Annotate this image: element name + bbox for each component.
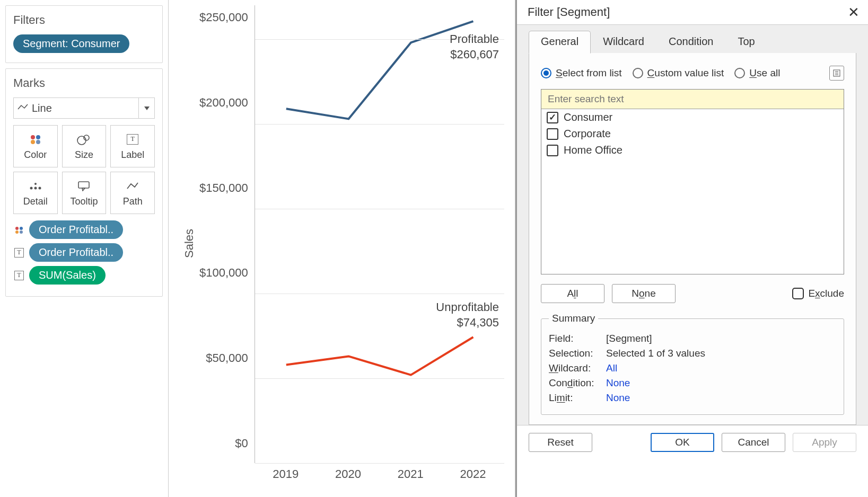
color-icon bbox=[13, 224, 25, 236]
close-icon[interactable]: ✕ bbox=[848, 5, 860, 19]
list-menu-icon[interactable] bbox=[829, 66, 844, 81]
filter-search-input[interactable] bbox=[547, 93, 838, 105]
tooltip-icon bbox=[77, 179, 90, 193]
radio-icon bbox=[734, 68, 745, 78]
tab-wildcard[interactable]: Wildcard bbox=[591, 31, 656, 54]
path-icon bbox=[126, 179, 139, 193]
mark-size-label: Size bbox=[75, 149, 93, 161]
side-shelves: Filters Segment: Consumer Marks Line Col… bbox=[0, 0, 168, 497]
radio-icon bbox=[633, 68, 643, 78]
detail-icon bbox=[29, 179, 42, 193]
mark-buttons-grid: Color Size T Label bbox=[13, 125, 155, 214]
mark-label-label: Label bbox=[121, 149, 144, 161]
chart-annotation: Unprofitable$74,305 bbox=[436, 300, 499, 330]
chevron-down-icon[interactable] bbox=[138, 98, 154, 118]
svg-point-8 bbox=[38, 187, 41, 189]
radio-custom-value-list[interactable]: Custom value list bbox=[633, 67, 724, 79]
mark-pill[interactable]: Order Profitabl.. bbox=[29, 243, 123, 262]
radio-label: Select from list bbox=[556, 67, 622, 79]
mark-detail-button[interactable]: Detail bbox=[13, 172, 58, 214]
filter-search-row bbox=[541, 90, 844, 109]
dialog-tabs-bar: General Wildcard Condition Top Select fr… bbox=[517, 24, 868, 425]
summary-box: Summary Field:[Segment] Selection:Select… bbox=[541, 313, 844, 415]
filter-item-corporate[interactable]: Corporate bbox=[541, 126, 844, 142]
filter-item-consumer[interactable]: Consumer bbox=[541, 109, 844, 126]
text-icon: T bbox=[13, 247, 25, 259]
mark-path-button[interactable]: Path bbox=[110, 172, 155, 214]
label-icon: T bbox=[127, 132, 138, 146]
tab-general[interactable]: General bbox=[529, 31, 591, 54]
exclude-label: Exclude bbox=[808, 288, 844, 299]
size-icon bbox=[77, 132, 91, 146]
radio-use-all[interactable]: Use all bbox=[734, 67, 780, 79]
svg-point-4 bbox=[77, 136, 86, 145]
mark-path-label: Path bbox=[123, 196, 143, 207]
text-icon: T bbox=[13, 270, 25, 281]
y-tick: $0 bbox=[199, 437, 248, 450]
tab-condition[interactable]: Condition bbox=[656, 31, 726, 54]
checkbox-icon[interactable] bbox=[547, 145, 558, 156]
dialog-title: Filter [Segment] bbox=[528, 5, 610, 19]
tab-top[interactable]: Top bbox=[725, 31, 767, 54]
cancel-button[interactable]: Cancel bbox=[722, 433, 785, 452]
svg-marker-11 bbox=[82, 188, 85, 191]
svg-point-6 bbox=[30, 187, 32, 189]
summary-field-k: Field: bbox=[549, 333, 602, 344]
x-tick: 2019 bbox=[273, 467, 299, 481]
y-tick: $150,000 bbox=[199, 181, 248, 195]
marks-title: Marks bbox=[13, 76, 155, 90]
radio-icon bbox=[541, 68, 551, 78]
y-axis-ticks: $250,000 $200,000 $150,000 $100,000 $50,… bbox=[199, 5, 255, 450]
svg-point-2 bbox=[31, 140, 35, 144]
dialog-header: Filter [Segment] ✕ bbox=[517, 0, 868, 24]
filter-values-list: Consumer Corporate Home Office bbox=[541, 89, 844, 274]
filter-mode-radios: Select from list Custom value list Use a… bbox=[541, 66, 844, 81]
summary-legend: Summary bbox=[549, 313, 598, 324]
mark-label-button[interactable]: T Label bbox=[110, 125, 155, 167]
exclude-checkbox[interactable]: Exclude bbox=[792, 288, 844, 299]
summary-field-v: [Segment] bbox=[606, 333, 652, 344]
y-tick: $50,000 bbox=[199, 351, 248, 365]
summary-wildcard-k: Wildcard: bbox=[549, 362, 602, 374]
reset-button[interactable]: Reset bbox=[529, 433, 592, 452]
filter-item-label: Consumer bbox=[564, 111, 612, 123]
summary-wildcard-v[interactable]: All bbox=[606, 362, 617, 374]
mark-type-select[interactable]: Line bbox=[13, 97, 155, 119]
mark-size-button[interactable]: Size bbox=[62, 125, 107, 167]
svg-point-12 bbox=[15, 227, 19, 230]
ok-button[interactable]: OK bbox=[651, 433, 714, 452]
radio-select-from-list[interactable]: Select from list bbox=[541, 67, 622, 79]
checkbox-icon[interactable] bbox=[547, 112, 558, 123]
line-icon bbox=[14, 103, 32, 113]
checkbox-icon[interactable] bbox=[792, 288, 804, 299]
mark-pill-row[interactable]: T Order Profitabl.. bbox=[13, 243, 155, 262]
filter-item-label: Corporate bbox=[564, 128, 611, 140]
mark-pill[interactable]: SUM(Sales) bbox=[29, 266, 106, 285]
plot-area[interactable]: Profitable$260,607Unprofitable$74,305 bbox=[255, 5, 504, 463]
apply-button[interactable]: Apply bbox=[793, 433, 856, 452]
mark-color-button[interactable]: Color bbox=[13, 125, 58, 167]
summary-limit-k: Limit: bbox=[549, 392, 602, 404]
checkbox-icon[interactable] bbox=[547, 128, 558, 140]
filters-shelf: Filters Segment: Consumer bbox=[5, 5, 163, 63]
filter-item-home-office[interactable]: Home Office bbox=[541, 142, 844, 158]
radio-label: Use all bbox=[749, 67, 780, 79]
mark-detail-label: Detail bbox=[23, 196, 48, 207]
mark-pill[interactable]: Order Profitabl.. bbox=[29, 220, 123, 239]
mark-tooltip-button[interactable]: Tooltip bbox=[62, 172, 107, 214]
mark-pill-row[interactable]: T SUM(Sales) bbox=[13, 266, 155, 285]
x-tick: 2021 bbox=[398, 467, 424, 481]
mark-pill-row[interactable]: Order Profitabl.. bbox=[13, 220, 155, 239]
mark-tooltip-label: Tooltip bbox=[70, 196, 98, 207]
svg-point-9 bbox=[34, 183, 37, 185]
summary-condition-v[interactable]: None bbox=[606, 377, 630, 389]
summary-limit-v[interactable]: None bbox=[606, 392, 630, 404]
mark-color-label: Color bbox=[24, 149, 47, 161]
svg-point-1 bbox=[36, 135, 40, 139]
select-all-button[interactable]: All bbox=[541, 284, 604, 303]
svg-rect-10 bbox=[78, 182, 89, 188]
dialog-tabs: General Wildcard Condition Top bbox=[529, 30, 856, 53]
filter-pill-segment[interactable]: Segment: Consumer bbox=[13, 34, 129, 53]
select-none-button[interactable]: None bbox=[612, 284, 676, 303]
svg-point-0 bbox=[31, 135, 35, 139]
